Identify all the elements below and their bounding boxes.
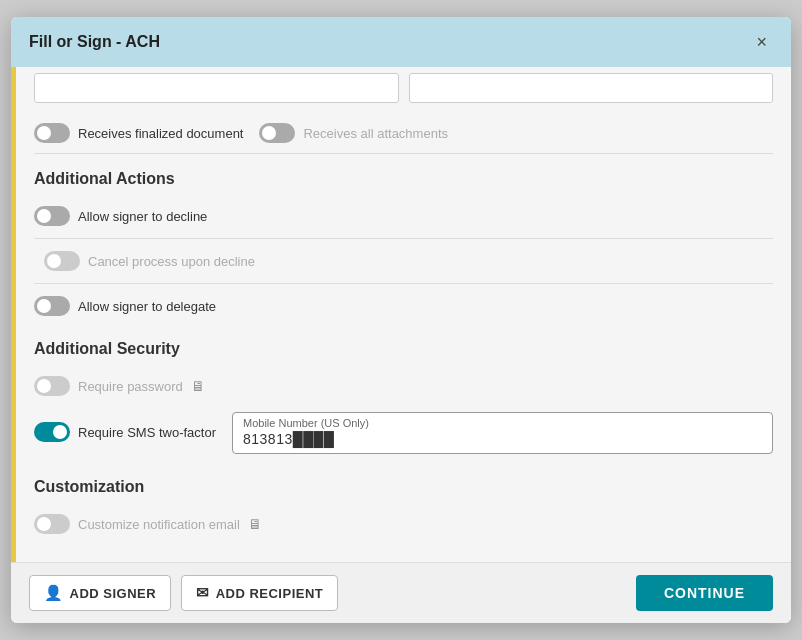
footer-left-buttons: 👤 ADD SIGNER ✉ ADD RECIPIENT bbox=[29, 575, 338, 611]
sms-row: Require SMS two-factor Mobile Number (US… bbox=[34, 404, 773, 462]
partial-input-2[interactable] bbox=[409, 73, 774, 103]
toggles-top-row: Receives finalized document Receives all… bbox=[34, 109, 773, 154]
cancel-process-toggle[interactable] bbox=[44, 251, 80, 271]
partial-input-1[interactable] bbox=[34, 73, 399, 103]
receives-finalized-toggle[interactable] bbox=[34, 123, 70, 143]
dialog-title: Fill or Sign - ACH bbox=[29, 33, 160, 51]
password-info-icon: 🖥 bbox=[191, 378, 205, 394]
content-area: Receives finalized document Receives all… bbox=[16, 67, 791, 562]
mobile-number-field[interactable]: Mobile Number (US Only) 813813████ bbox=[232, 412, 773, 454]
receives-all-group: Receives all attachments bbox=[259, 123, 448, 143]
add-recipient-button[interactable]: ✉ ADD RECIPIENT bbox=[181, 575, 338, 611]
require-sms-toggle[interactable] bbox=[34, 422, 70, 442]
close-button[interactable]: × bbox=[750, 31, 773, 53]
divider-1 bbox=[34, 238, 773, 239]
sms-left: Require SMS two-factor bbox=[34, 412, 216, 442]
require-password-toggle[interactable] bbox=[34, 376, 70, 396]
receives-all-toggle[interactable] bbox=[259, 123, 295, 143]
add-recipient-label: ADD RECIPIENT bbox=[216, 586, 324, 601]
dialog: Fill or Sign - ACH × Receives finalized … bbox=[11, 17, 791, 623]
dialog-footer: 👤 ADD SIGNER ✉ ADD RECIPIENT CONTINUE bbox=[11, 562, 791, 623]
additional-actions-title: Additional Actions bbox=[34, 170, 773, 188]
add-signer-button[interactable]: 👤 ADD SIGNER bbox=[29, 575, 171, 611]
dialog-body: Receives finalized document Receives all… bbox=[11, 67, 791, 562]
customize-email-item: Customize notification email 🖥 bbox=[34, 506, 773, 542]
add-signer-icon: 👤 bbox=[44, 584, 64, 602]
allow-decline-item: Allow signer to decline bbox=[34, 198, 773, 234]
continue-button[interactable]: CONTINUE bbox=[636, 575, 773, 611]
additional-security-title: Additional Security bbox=[34, 340, 773, 358]
customize-email-label: Customize notification email bbox=[78, 517, 240, 532]
receives-finalized-label: Receives finalized document bbox=[78, 126, 243, 141]
cancel-process-label: Cancel process upon decline bbox=[88, 254, 255, 269]
dialog-header: Fill or Sign - ACH × bbox=[11, 17, 791, 67]
add-recipient-icon: ✉ bbox=[196, 584, 210, 602]
divider-2 bbox=[34, 283, 773, 284]
receives-finalized-group: Receives finalized document bbox=[34, 123, 243, 143]
cancel-process-item: Cancel process upon decline bbox=[34, 243, 773, 279]
customize-email-toggle[interactable] bbox=[34, 514, 70, 534]
allow-decline-label: Allow signer to decline bbox=[78, 209, 207, 224]
allow-delegate-label: Allow signer to delegate bbox=[78, 299, 216, 314]
mobile-field-value: 813813████ bbox=[243, 431, 762, 447]
customization-title: Customization bbox=[34, 478, 773, 496]
add-signer-label: ADD SIGNER bbox=[70, 586, 157, 601]
allow-decline-toggle[interactable] bbox=[34, 206, 70, 226]
receives-all-label: Receives all attachments bbox=[303, 126, 448, 141]
require-sms-label: Require SMS two-factor bbox=[78, 425, 216, 440]
require-password-item: Require password 🖥 bbox=[34, 368, 773, 404]
mobile-field-label: Mobile Number (US Only) bbox=[243, 417, 762, 429]
allow-delegate-toggle[interactable] bbox=[34, 296, 70, 316]
require-password-label: Require password bbox=[78, 379, 183, 394]
partial-inputs-row bbox=[34, 67, 773, 109]
allow-delegate-item: Allow signer to delegate bbox=[34, 288, 773, 324]
email-info-icon: 🖥 bbox=[248, 516, 262, 532]
